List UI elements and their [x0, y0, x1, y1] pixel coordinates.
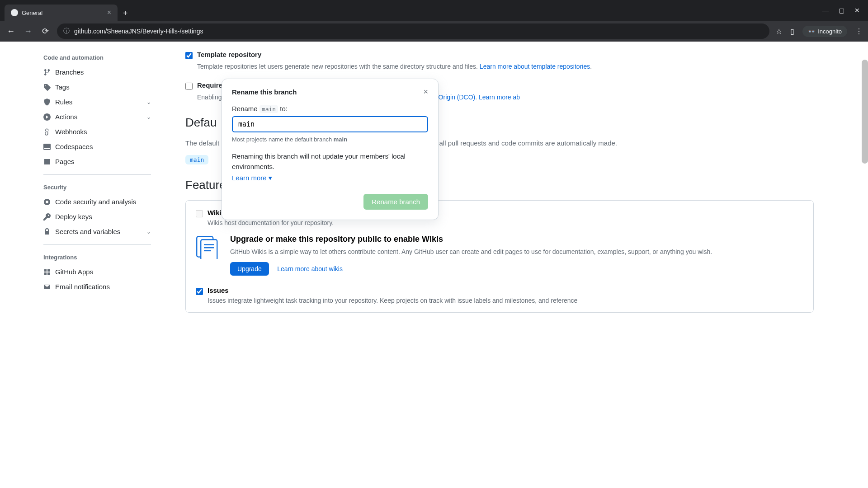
rename-label: Rename main to:: [232, 105, 428, 113]
close-tab-icon[interactable]: ×: [107, 9, 111, 17]
side-panel-icon[interactable]: ▯: [790, 27, 794, 36]
learn-more-link[interactable]: Learn more▾: [232, 174, 272, 182]
rename-warning: Renaming this branch will not update you…: [232, 151, 428, 172]
window-close-icon[interactable]: ✕: [854, 7, 860, 14]
back-button[interactable]: ←: [5, 27, 16, 36]
rename-branch-button[interactable]: Rename branch: [363, 194, 428, 210]
incognito-icon: 👓: [808, 28, 815, 35]
window-minimize-icon[interactable]: ―: [822, 7, 829, 14]
address-bar[interactable]: ⓘ github.com/SheenaJNS/Beverly-Hills-/se…: [57, 23, 769, 39]
incognito-badge[interactable]: 👓 Incognito: [802, 26, 847, 37]
browser-toolbar: ← → ⟳ ⓘ github.com/SheenaJNS/Beverly-Hil…: [0, 21, 868, 42]
branch-name-hint: Most projects name the default branch ma…: [232, 136, 428, 143]
modal-close-button[interactable]: ×: [423, 87, 428, 97]
branch-name-input[interactable]: [232, 116, 428, 132]
new-tab-button[interactable]: +: [118, 6, 133, 21]
browser-tab[interactable]: General ×: [5, 5, 118, 21]
url-text: github.com/SheenaJNS/Beverly-Hills-/sett…: [74, 28, 203, 35]
window-maximize-icon[interactable]: ▢: [839, 7, 844, 14]
bookmark-icon[interactable]: ☆: [776, 27, 782, 36]
github-favicon: [11, 9, 18, 16]
browser-tab-strip: General × + ― ▢ ✕: [0, 0, 868, 21]
caret-down-icon: ▾: [269, 174, 272, 182]
reload-button[interactable]: ⟳: [40, 26, 51, 36]
forward-button[interactable]: →: [23, 27, 33, 36]
browser-menu-icon[interactable]: ⋮: [855, 27, 863, 36]
modal-backdrop: Rename this branch × Rename main to: Mos…: [0, 42, 868, 488]
rename-branch-modal: Rename this branch × Rename main to: Mos…: [222, 79, 439, 220]
tab-title: General: [22, 9, 42, 16]
site-info-icon[interactable]: ⓘ: [63, 27, 70, 35]
modal-title: Rename this branch: [232, 88, 297, 96]
